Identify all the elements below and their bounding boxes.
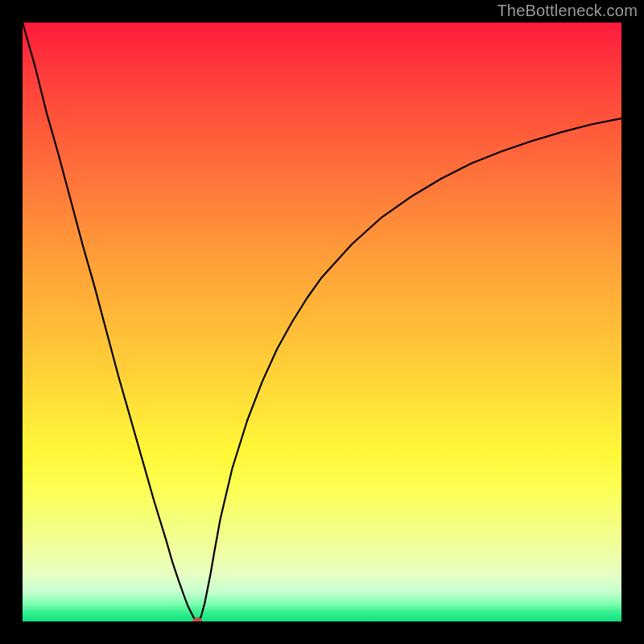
watermark-text: TheBottleneck.com	[497, 2, 638, 20]
background-gradient	[23, 23, 621, 621]
chart-frame: TheBottleneck.com	[0, 0, 644, 644]
plot-area	[23, 23, 621, 621]
